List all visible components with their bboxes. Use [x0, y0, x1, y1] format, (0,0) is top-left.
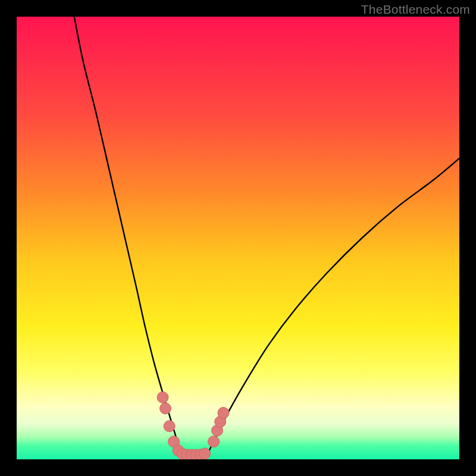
curve-group: [74, 17, 459, 455]
bottleneck-curve-right: [207, 158, 459, 455]
chart-frame: TheBottleneck.com: [0, 0, 476, 476]
chart-svg: [17, 17, 459, 459]
plot-area: [17, 17, 459, 459]
marker-dot: [159, 403, 171, 414]
marker-group: [157, 392, 229, 459]
marker-dot: [208, 436, 220, 447]
bottleneck-curve-left: [74, 17, 181, 455]
marker-dot: [164, 421, 175, 432]
marker-dot: [199, 448, 211, 459]
marker-dot: [218, 407, 229, 418]
marker-dot: [157, 392, 168, 403]
watermark-text: TheBottleneck.com: [361, 2, 470, 17]
